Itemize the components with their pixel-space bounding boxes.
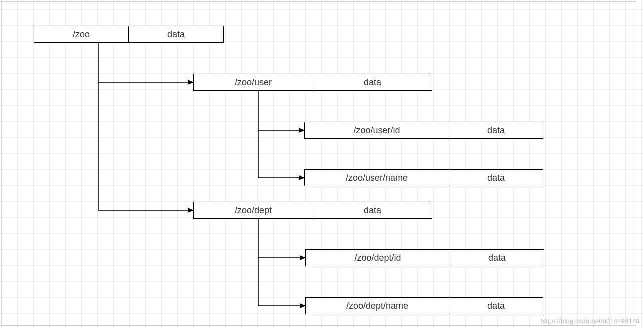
watermark-text: https://blog.csdn.net/u014494148 — [540, 317, 640, 325]
node-zoo-user-path: /zoo/user — [193, 74, 313, 91]
node-zoo-dept-id-value: data — [450, 249, 544, 266]
node-zoo-user-id-value: data — [449, 122, 543, 139]
node-zoo-dept-id: /zoo/dept/id data — [305, 249, 544, 266]
node-zoo-dept-name-value: data — [449, 297, 543, 314]
node-zoo-user-id-path: /zoo/user/id — [304, 122, 449, 139]
node-zoo-dept-value: data — [313, 202, 432, 219]
node-zoo-dept-name: /zoo/dept/name data — [305, 297, 543, 314]
node-zoo-dept-id-path: /zoo/dept/id — [305, 249, 450, 266]
node-zoo-dept-name-path: /zoo/dept/name — [305, 297, 449, 314]
node-zoo-user-value: data — [313, 74, 432, 91]
node-zoo-user: /zoo/user data — [193, 74, 432, 91]
node-zoo-dept-path: /zoo/dept — [193, 202, 313, 219]
node-zoo-user-name-path: /zoo/user/name — [304, 169, 449, 186]
node-zoo-value: data — [129, 26, 224, 43]
canvas-frame — [1, 1, 636, 326]
node-zoo-user-name-value: data — [449, 169, 543, 186]
node-zoo-dept: /zoo/dept data — [193, 202, 432, 219]
node-zoo-path: /zoo — [34, 26, 129, 43]
node-zoo-user-name: /zoo/user/name data — [304, 169, 543, 186]
node-zoo: /zoo data — [34, 26, 224, 43]
node-zoo-user-id: /zoo/user/id data — [304, 122, 543, 139]
